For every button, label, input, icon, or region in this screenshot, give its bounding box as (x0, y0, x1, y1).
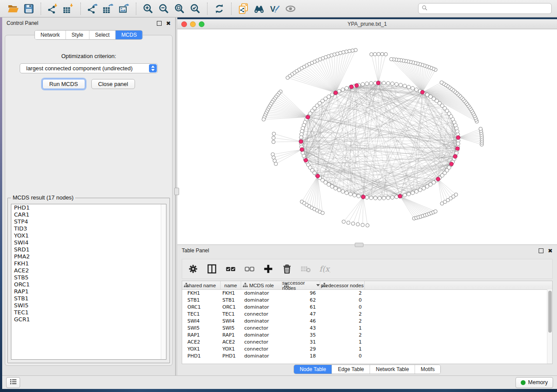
mcds-result-node[interactable]: CAR1 (11, 211, 166, 218)
table-cell: dominator (241, 297, 282, 304)
mcds-result-node[interactable]: PHD1 (11, 204, 166, 211)
table-cell: ACE2 (221, 339, 241, 346)
export-table-icon[interactable] (102, 2, 115, 15)
first-neighbors-icon[interactable] (253, 2, 266, 15)
table-cell: ORC1 (221, 304, 241, 311)
table-panel-header: Table Panel ✖ (177, 245, 557, 256)
table-row[interactable]: ORC1ORC1dominator610 (182, 304, 552, 311)
vertical-splitter-grip[interactable] (174, 188, 179, 195)
table-row[interactable]: STB1STB1dominator620 (182, 297, 552, 304)
close-panel-icon[interactable]: ✖ (166, 21, 171, 25)
table-tab-network-table[interactable]: Network Table (370, 365, 415, 374)
status-bar: Memory (2, 375, 557, 389)
mcds-list-scrollbar[interactable] (161, 204, 166, 359)
column-header-MCDS-role[interactable]: MCDS role (241, 281, 282, 289)
table-scrollbar[interactable] (547, 289, 552, 364)
tab-select[interactable]: Select (89, 31, 115, 39)
table-cell: dominator (241, 353, 282, 360)
zoom-fit-icon[interactable] (173, 2, 186, 15)
tab-mcds[interactable]: MCDS (115, 31, 142, 39)
table-cell: 43 (282, 325, 320, 332)
close-panel-button[interactable]: Close panel (91, 79, 135, 89)
table-cell: STB1 (221, 297, 241, 304)
table-row[interactable]: FKH1FKH1dominator962 (182, 290, 552, 297)
table-row[interactable]: SWI5SWI5connector431 (182, 325, 552, 332)
mcds-result-node[interactable]: RAP1 (11, 288, 166, 295)
show-hide-graphics-icon[interactable] (284, 2, 297, 15)
search-box[interactable] (418, 3, 552, 14)
run-mcds-button[interactable]: Run MCDS (42, 79, 85, 89)
mcds-result-node[interactable]: ORC1 (11, 281, 166, 288)
mcds-result-node[interactable]: GCR1 (11, 316, 166, 323)
mcds-result-node[interactable]: STB1 (11, 295, 166, 302)
mcds-result-node[interactable]: PMA2 (11, 253, 166, 260)
mcds-result-node[interactable]: SRD1 (11, 246, 166, 253)
unselect-all-icon[interactable] (244, 263, 255, 275)
table-row[interactable]: RAP1RAP1dominator352 (182, 332, 552, 339)
select-all-icon[interactable] (225, 263, 236, 275)
table-cell: SWI5 (221, 325, 241, 332)
table-row[interactable]: SWI4SWI4dominator462 (182, 318, 552, 325)
delete-row-icon[interactable] (281, 263, 293, 275)
float-panel-icon[interactable] (157, 21, 162, 26)
mcds-result-node[interactable]: STB5 (11, 274, 166, 281)
table-cell: 31 (282, 339, 320, 346)
export-network-icon[interactable] (86, 2, 99, 15)
table-row[interactable]: PHD1PHD1dominator180 (182, 353, 552, 360)
search-input[interactable] (428, 5, 548, 12)
zoom-selected-icon[interactable] (189, 2, 202, 15)
zoom-in-icon[interactable] (142, 2, 155, 15)
show-columns-icon[interactable] (206, 263, 218, 275)
function-builder-icon: f(x) (319, 263, 330, 275)
table-tab-node-table[interactable]: Node Table (294, 365, 332, 374)
tab-network[interactable]: Network (35, 31, 66, 39)
save-session-icon[interactable] (22, 2, 35, 15)
table-cell: ORC1 (182, 304, 221, 311)
mcds-result-list[interactable]: PHD1CAR1STP4TID3YOX1SWI4SRD1PMA2FKH1ACE2… (11, 204, 166, 360)
refresh-icon[interactable] (213, 2, 226, 15)
column-header-predecessor-nodes[interactable]: predecessor nodes (320, 281, 365, 289)
mcds-result-node[interactable]: STP4 (11, 218, 166, 225)
import-table-icon[interactable] (62, 2, 75, 15)
add-row-icon[interactable] (263, 263, 274, 275)
mcds-result-node[interactable]: SWI4 (11, 239, 166, 246)
table-cell: PHD1 (182, 353, 221, 360)
panel-list-button[interactable] (6, 377, 20, 388)
tab-style[interactable]: Style (66, 31, 89, 39)
mcds-result-node[interactable]: YOX1 (11, 232, 166, 239)
table-row[interactable]: ACE2ACE2connector311 (182, 339, 552, 346)
table-cell: RAP1 (182, 332, 221, 339)
column-header-name[interactable]: name (221, 281, 241, 289)
table-tab-motifs[interactable]: Motifs (415, 365, 440, 374)
vizmapper-icon[interactable]: V (268, 2, 281, 15)
table-cell: 35 (282, 332, 320, 339)
import-network-icon[interactable] (46, 2, 59, 15)
table-row[interactable]: YOX1YOX1connector291 (182, 346, 552, 353)
memory-button[interactable]: Memory (515, 377, 553, 388)
criterion-dropdown[interactable]: largest connected component (undirected) (20, 63, 158, 73)
network-canvas[interactable] (177, 29, 557, 244)
settings-gear-icon[interactable] (187, 263, 199, 275)
mcds-result-node[interactable]: TEC1 (11, 309, 166, 316)
mcds-result-node[interactable]: ACE2 (11, 267, 166, 274)
table-cell: 96 (282, 290, 320, 297)
table-tab-edge-table[interactable]: Edge Table (332, 365, 370, 374)
mcds-result-node[interactable]: SWI5 (11, 302, 166, 309)
table-cell: TEC1 (182, 311, 221, 318)
table-scrollbar-thumb[interactable] (548, 291, 552, 333)
open-file-icon[interactable] (7, 2, 20, 15)
table-row[interactable]: TEC1TEC1connector472 (182, 311, 552, 318)
mcds-result-node[interactable]: FKH1 (11, 260, 166, 267)
column-header-successor-nodes[interactable]: successor nodes (282, 281, 320, 289)
zoom-out-icon[interactable] (157, 2, 170, 15)
export-image-icon[interactable] (118, 2, 131, 15)
close-table-panel-icon[interactable]: ✖ (548, 249, 553, 253)
table-cell: dominator (241, 290, 282, 297)
control-panel-header: Control Panel ✖ (2, 17, 175, 29)
network-window-titlebar[interactable]: YPA_prune.txt_1 (177, 19, 557, 29)
clone-network-icon[interactable] (237, 2, 250, 15)
mcds-result-node[interactable]: TID3 (11, 225, 166, 232)
horizontal-splitter-grip[interactable] (355, 243, 363, 247)
column-header-shared-name[interactable]: shared name (182, 281, 221, 289)
float-table-panel-icon[interactable] (539, 248, 543, 253)
